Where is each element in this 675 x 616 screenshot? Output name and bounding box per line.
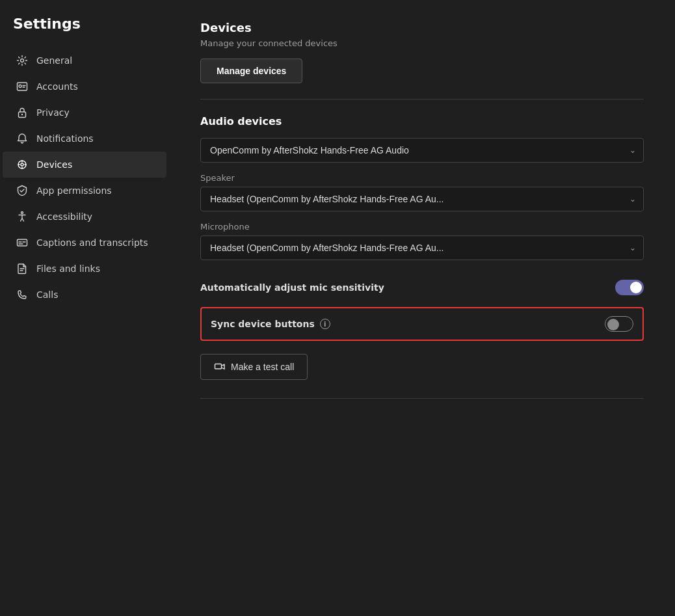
app-permissions-icon (16, 184, 29, 197)
page-title: Devices (200, 21, 644, 34)
sidebar-item-accessibility[interactable]: Accessibility (3, 204, 166, 230)
main-content: Devices Manage your connected devices Ma… (169, 0, 675, 616)
devices-icon (16, 158, 29, 171)
test-call-icon (214, 361, 226, 373)
sidebar-item-app-permissions-label: App permissions (36, 185, 112, 196)
audio-device-dropdown-wrapper: OpenComm by AfterShokz Hands-Free AG Aud… (200, 138, 644, 163)
section-divider-1 (200, 99, 644, 100)
test-call-button[interactable]: Make a test call (200, 354, 308, 380)
sidebar-item-files[interactable]: Files and links (3, 256, 166, 282)
sidebar-item-app-permissions[interactable]: App permissions (3, 178, 166, 204)
sidebar-item-notifications-label: Notifications (36, 133, 94, 144)
sidebar-item-privacy[interactable]: Privacy (3, 100, 166, 126)
auto-mic-knob (630, 282, 642, 293)
speaker-dropdown-wrapper: Headset (OpenComm by AfterShokz Hands-Fr… (200, 187, 644, 211)
sidebar-item-devices[interactable]: Devices (3, 152, 166, 178)
svg-point-0 (21, 59, 24, 62)
sidebar-item-devices-label: Devices (36, 159, 72, 170)
files-icon (16, 262, 29, 275)
calls-icon (16, 288, 29, 301)
sidebar-item-captions[interactable]: Captions and transcripts (3, 230, 166, 256)
sidebar-nav: General Accounts (0, 47, 169, 308)
sync-device-knob (607, 319, 619, 330)
sidebar-item-calls-label: Calls (36, 289, 58, 300)
sync-device-toggle[interactable] (605, 316, 633, 332)
manage-devices-button[interactable]: Manage devices (200, 59, 302, 83)
sync-device-info-icon[interactable]: i (320, 319, 330, 329)
sidebar-item-general[interactable]: General (3, 47, 166, 74)
svg-rect-9 (215, 364, 222, 369)
accessibility-icon (16, 210, 29, 223)
accounts-icon (16, 80, 29, 93)
auto-mic-label: Automatically adjust mic sensitivity (200, 282, 384, 293)
test-call-label: Make a test call (231, 362, 294, 372)
notifications-icon (16, 132, 29, 145)
svg-point-2 (19, 85, 21, 88)
sync-device-row: Sync device buttons i (200, 307, 644, 341)
section-divider-2 (200, 398, 644, 399)
microphone-select[interactable]: Headset (OpenComm by AfterShokz Hands-Fr… (200, 235, 644, 260)
speaker-label: Speaker (200, 173, 644, 183)
sidebar-item-accessibility-label: Accessibility (36, 211, 92, 222)
sidebar-item-privacy-label: Privacy (36, 107, 70, 118)
microphone-dropdown-wrapper: Headset (OpenComm by AfterShokz Hands-Fr… (200, 235, 644, 260)
general-icon (16, 54, 29, 67)
sidebar-item-calls[interactable]: Calls (3, 282, 166, 308)
auto-mic-toggle[interactable] (615, 280, 644, 295)
sidebar-item-accounts[interactable]: Accounts (3, 74, 166, 100)
settings-title: Settings (0, 16, 169, 47)
svg-point-6 (21, 163, 23, 166)
page-subtitle: Manage your connected devices (200, 38, 644, 48)
privacy-icon (16, 106, 29, 119)
captions-icon (16, 236, 29, 249)
speaker-select[interactable]: Headset (OpenComm by AfterShokz Hands-Fr… (200, 187, 644, 211)
auto-mic-row: Automatically adjust mic sensitivity (200, 271, 644, 304)
microphone-label: Microphone (200, 222, 644, 232)
svg-rect-8 (18, 239, 27, 246)
sync-device-label: Sync device buttons i (211, 319, 330, 329)
sidebar-item-accounts-label: Accounts (36, 81, 78, 92)
svg-point-4 (21, 114, 23, 115)
audio-device-select[interactable]: OpenComm by AfterShokz Hands-Free AG Aud… (200, 138, 644, 163)
sidebar: Settings General (0, 0, 169, 616)
sync-device-slider (605, 316, 633, 332)
audio-section-title: Audio devices (200, 115, 644, 127)
auto-mic-slider (615, 280, 644, 295)
sidebar-item-files-label: Files and links (36, 263, 100, 274)
sidebar-item-notifications[interactable]: Notifications (3, 126, 166, 152)
sidebar-item-general-label: General (36, 55, 72, 66)
svg-point-7 (21, 212, 23, 214)
sidebar-item-captions-label: Captions and transcripts (36, 237, 148, 248)
